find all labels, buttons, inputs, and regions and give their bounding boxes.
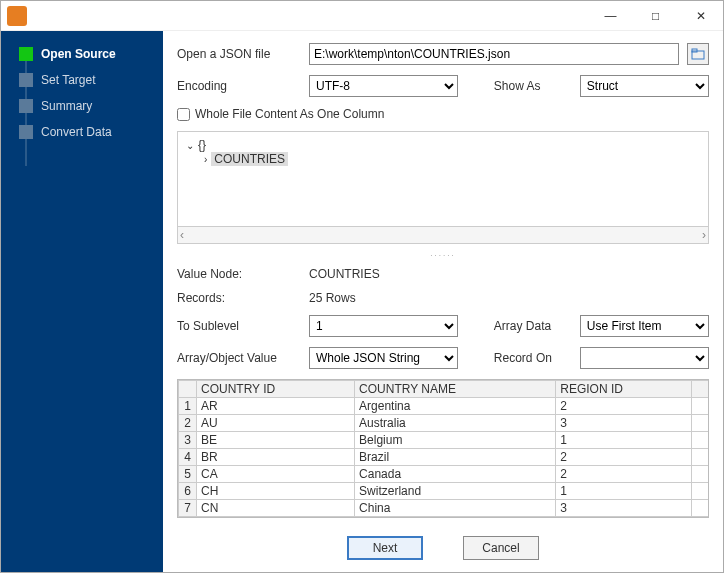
col-spacer [692, 381, 708, 398]
file-path-input[interactable] [309, 43, 679, 65]
app-icon [7, 6, 27, 26]
tree-scrollbar[interactable]: ‹› [177, 227, 709, 244]
cell[interactable]: 3 [556, 415, 692, 432]
table-row[interactable]: 3BEBelgium1 [179, 432, 709, 449]
cell[interactable]: BE [197, 432, 355, 449]
rownum-cell: 2 [179, 415, 197, 432]
record-on-select[interactable] [580, 347, 709, 369]
maximize-button[interactable]: □ [633, 1, 678, 30]
col-header[interactable]: COUNTRY NAME [355, 381, 556, 398]
col-header[interactable]: REGION ID [556, 381, 692, 398]
cell[interactable]: China [355, 500, 556, 517]
table-row[interactable]: 2AUAustralia3 [179, 415, 709, 432]
cell[interactable]: Brazil [355, 449, 556, 466]
rownum-cell: 7 [179, 500, 197, 517]
cell[interactable]: Canada [355, 466, 556, 483]
table-row[interactable]: 8DEGermany1 [179, 517, 709, 519]
cell[interactable]: 1 [556, 432, 692, 449]
folder-icon [691, 47, 705, 61]
cell[interactable]: 3 [556, 500, 692, 517]
array-data-label: Array Data [494, 319, 572, 333]
cell[interactable]: DE [197, 517, 355, 519]
records-value: 25 Rows [309, 291, 356, 305]
step-set-target[interactable]: Set Target [1, 67, 163, 93]
open-file-label: Open a JSON file [177, 47, 301, 61]
showas-select[interactable]: Struct [580, 75, 709, 97]
cell[interactable]: 1 [556, 483, 692, 500]
step-icon [19, 73, 33, 87]
array-data-select[interactable]: Use First Item [580, 315, 709, 337]
table-row[interactable]: 1ARArgentina2 [179, 398, 709, 415]
step-label: Summary [41, 99, 92, 113]
cell[interactable]: 1 [556, 517, 692, 519]
expand-icon[interactable]: › [204, 154, 207, 165]
cell[interactable]: CN [197, 500, 355, 517]
cell[interactable]: Belgium [355, 432, 556, 449]
rownum-cell: 8 [179, 517, 197, 519]
main-panel: Open a JSON file Encoding UTF-8 Show As … [163, 31, 723, 572]
browse-button[interactable] [687, 43, 709, 65]
rownum-cell: 5 [179, 466, 197, 483]
collapse-icon[interactable]: ⌄ [186, 140, 194, 151]
step-label: Set Target [41, 73, 95, 87]
splitter[interactable]: ······ [177, 251, 709, 260]
cell[interactable]: CH [197, 483, 355, 500]
tree-node-countries[interactable]: COUNTRIES [211, 152, 288, 166]
cell[interactable]: Switzerland [355, 483, 556, 500]
wizard-sidebar: Open Source Set Target Summary Convert D… [1, 31, 163, 572]
array-obj-select[interactable]: Whole JSON String [309, 347, 458, 369]
showas-label: Show As [494, 79, 572, 93]
cell[interactable]: 2 [556, 398, 692, 415]
minimize-button[interactable]: — [588, 1, 633, 30]
cell[interactable]: Argentina [355, 398, 556, 415]
cell[interactable]: CA [197, 466, 355, 483]
json-tree[interactable]: ⌄{} ›COUNTRIES [177, 131, 709, 227]
cell[interactable]: BR [197, 449, 355, 466]
cell[interactable]: Germany [355, 517, 556, 519]
value-node-label: Value Node: [177, 267, 301, 281]
table-row[interactable]: 4BRBrazil2 [179, 449, 709, 466]
step-label: Convert Data [41, 125, 112, 139]
value-node-value: COUNTRIES [309, 267, 380, 281]
preview-grid[interactable]: COUNTRY ID COUNTRY NAME REGION ID 1ARArg… [177, 379, 709, 518]
to-sublevel-label: To Sublevel [177, 319, 301, 333]
rownum-cell: 1 [179, 398, 197, 415]
titlebar: — □ ✕ [1, 1, 723, 31]
table-row[interactable]: 6CHSwitzerland1 [179, 483, 709, 500]
cell[interactable]: 2 [556, 466, 692, 483]
encoding-select[interactable]: UTF-8 [309, 75, 458, 97]
whole-file-checkbox[interactable] [177, 108, 190, 121]
close-button[interactable]: ✕ [678, 1, 723, 30]
step-icon [19, 99, 33, 113]
cell[interactable]: AR [197, 398, 355, 415]
cancel-button[interactable]: Cancel [463, 536, 539, 560]
to-sublevel-select[interactable]: 1 [309, 315, 458, 337]
array-obj-label: Array/Object Value [177, 351, 301, 365]
app-window: — □ ✕ Open Source Set Target Summary Con… [0, 0, 724, 573]
cell[interactable]: AU [197, 415, 355, 432]
rownum-cell: 4 [179, 449, 197, 466]
rownum-header [179, 381, 197, 398]
step-active-icon [19, 47, 33, 61]
col-header[interactable]: COUNTRY ID [197, 381, 355, 398]
rownum-cell: 6 [179, 483, 197, 500]
record-on-label: Record On [494, 351, 572, 365]
step-label: Open Source [41, 47, 116, 61]
step-summary[interactable]: Summary [1, 93, 163, 119]
rownum-cell: 3 [179, 432, 197, 449]
step-icon [19, 125, 33, 139]
tree-root: {} [198, 138, 206, 152]
table-row[interactable]: 7CNChina3 [179, 500, 709, 517]
encoding-label: Encoding [177, 79, 301, 93]
step-convert-data[interactable]: Convert Data [1, 119, 163, 145]
records-label: Records: [177, 291, 301, 305]
cell[interactable]: Australia [355, 415, 556, 432]
next-button[interactable]: Next [347, 536, 423, 560]
whole-file-label: Whole File Content As One Column [195, 107, 384, 121]
cell[interactable]: 2 [556, 449, 692, 466]
table-row[interactable]: 5CACanada2 [179, 466, 709, 483]
step-open-source[interactable]: Open Source [1, 41, 163, 67]
